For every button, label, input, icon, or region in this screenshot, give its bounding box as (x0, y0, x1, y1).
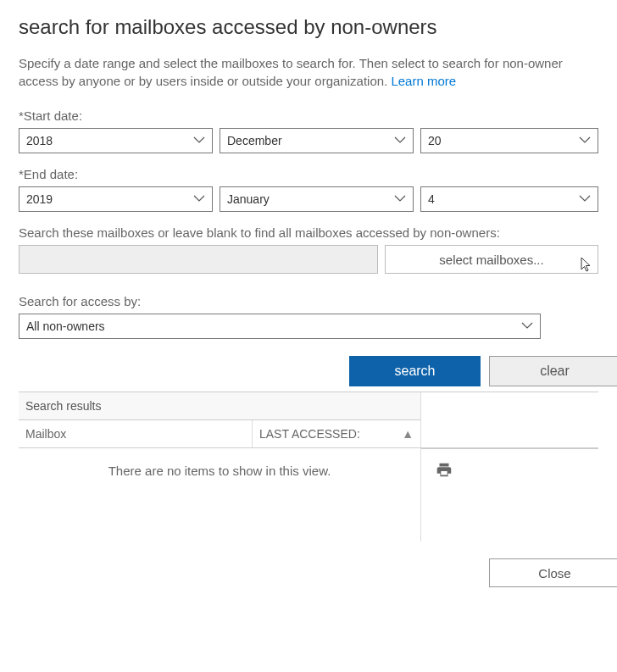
chevron-down-icon (392, 191, 408, 206)
print-icon[interactable] (435, 464, 453, 483)
start-month-select[interactable]: December (220, 128, 414, 153)
search-results-header: Search results (19, 392, 421, 420)
end-year-select[interactable]: 2019 (19, 186, 213, 212)
results-empty-message: There are no items to show in this view. (19, 448, 421, 541)
start-date-label: *Start date: (19, 108, 598, 123)
close-button[interactable]: Close (489, 558, 617, 587)
end-day-select[interactable]: 4 (420, 186, 598, 212)
chevron-down-icon (392, 132, 408, 147)
chevron-down-icon (577, 132, 592, 147)
start-day-value: 20 (428, 134, 442, 147)
intro-text: Specify a date range and select the mail… (19, 54, 598, 90)
search-button-label: search (394, 364, 435, 379)
select-mailboxes-label: select mailboxes... (439, 253, 543, 267)
learn-more-link[interactable]: Learn more (391, 74, 456, 88)
end-month-value: January (227, 192, 270, 206)
start-year-value: 2018 (26, 134, 53, 147)
select-mailboxes-button[interactable]: select mailboxes... (385, 245, 598, 274)
mailboxes-label: Search these mailboxes or leave blank to… (19, 225, 598, 240)
chevron-down-icon (192, 132, 207, 147)
column-last-accessed-label: LAST ACCESSED: (259, 427, 360, 441)
search-button[interactable]: search (349, 356, 481, 386)
clear-button-label: clear (540, 364, 570, 379)
column-mailbox[interactable]: Mailbox (19, 420, 253, 447)
access-by-value: All non-owners (26, 319, 105, 333)
sort-asc-icon: ▲ (402, 427, 414, 441)
chevron-down-icon (577, 191, 592, 206)
start-month-value: December (227, 134, 282, 147)
mailboxes-input[interactable] (19, 245, 378, 274)
end-month-select[interactable]: January (220, 186, 414, 212)
close-button-label: Close (538, 566, 570, 580)
column-last-accessed[interactable]: LAST ACCESSED: ▲ (253, 420, 421, 447)
access-by-label: Search for access by: (19, 294, 598, 308)
end-year-value: 2019 (26, 192, 53, 206)
access-by-select[interactable]: All non-owners (19, 314, 541, 339)
cursor-icon (577, 255, 594, 280)
page-title: search for mailboxes accessed by non-own… (19, 15, 598, 39)
intro-body: Specify a date range and select the mail… (19, 56, 563, 88)
end-date-label: *End date: (19, 167, 598, 181)
start-year-select[interactable]: 2018 (19, 128, 213, 153)
chevron-down-icon (520, 318, 535, 333)
clear-button[interactable]: clear (489, 356, 617, 386)
chevron-down-icon (192, 191, 207, 206)
start-day-select[interactable]: 20 (420, 128, 598, 153)
end-day-value: 4 (428, 192, 435, 206)
